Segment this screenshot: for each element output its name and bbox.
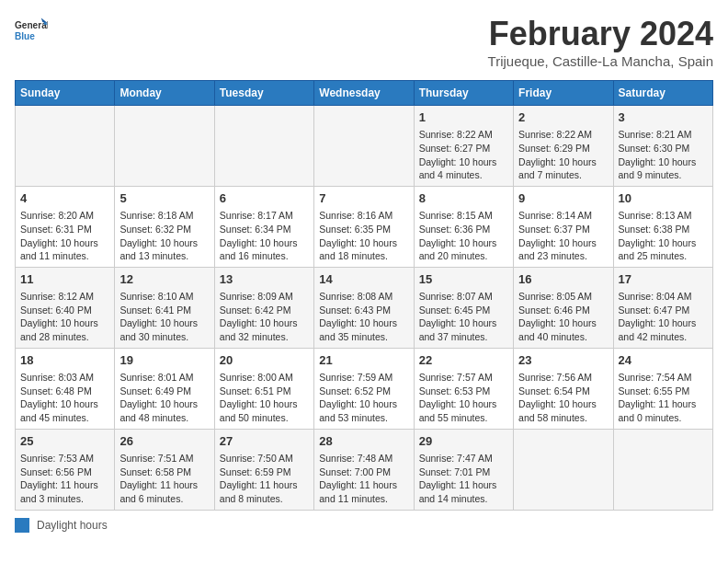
- day-info: Sunrise: 8:20 AMSunset: 6:31 PMDaylight:…: [20, 209, 109, 263]
- day-number: 19: [119, 352, 209, 369]
- calendar-cell: 10Sunrise: 8:13 AMSunset: 6:38 PMDayligh…: [613, 186, 712, 267]
- day-number: 9: [518, 190, 608, 207]
- header-row: SundayMondayTuesdayWednesdayThursdayFrid…: [16, 81, 713, 106]
- calendar-cell: 22Sunrise: 7:57 AMSunset: 6:53 PMDayligh…: [414, 348, 513, 429]
- day-number: 14: [319, 271, 408, 288]
- day-info: Sunrise: 8:17 AMSunset: 6:34 PMDaylight:…: [220, 209, 309, 263]
- calendar-cell: 28Sunrise: 7:48 AMSunset: 7:00 PMDayligh…: [314, 429, 414, 510]
- day-number: 18: [20, 352, 109, 369]
- title-area: February 2024 Trijueque, Castille-La Man…: [488, 15, 713, 69]
- calendar-table: SundayMondayTuesdayWednesdayThursdayFrid…: [15, 80, 713, 511]
- day-info: Sunrise: 8:03 AMSunset: 6:48 PMDaylight:…: [20, 371, 109, 425]
- day-number: 20: [220, 352, 309, 369]
- logo: General Blue: [15, 15, 48, 48]
- calendar-cell: 24Sunrise: 7:54 AMSunset: 6:55 PMDayligh…: [613, 348, 712, 429]
- day-number: 1: [419, 109, 508, 126]
- calendar-cell: 25Sunrise: 7:53 AMSunset: 6:56 PMDayligh…: [16, 429, 115, 510]
- day-info: Sunrise: 8:08 AMSunset: 6:43 PMDaylight:…: [319, 290, 408, 344]
- day-number: 17: [619, 271, 708, 288]
- day-number: 24: [619, 352, 708, 369]
- calendar-cell: 7Sunrise: 8:16 AMSunset: 6:35 PMDaylight…: [314, 186, 414, 267]
- calendar-cell: 8Sunrise: 8:15 AMSunset: 6:36 PMDaylight…: [414, 186, 513, 267]
- calendar-cell: 2Sunrise: 8:22 AMSunset: 6:29 PMDaylight…: [514, 106, 613, 187]
- calendar-cell: [214, 106, 313, 187]
- calendar-cell: 16Sunrise: 8:05 AMSunset: 6:46 PMDayligh…: [514, 267, 613, 348]
- calendar-cell: [514, 429, 613, 510]
- day-info: Sunrise: 8:07 AMSunset: 6:45 PMDaylight:…: [419, 290, 508, 344]
- day-number: 25: [20, 433, 109, 450]
- day-number: 23: [518, 352, 608, 369]
- day-number: 13: [220, 271, 309, 288]
- calendar-cell: 26Sunrise: 7:51 AMSunset: 6:58 PMDayligh…: [115, 429, 214, 510]
- calendar-cell: 5Sunrise: 8:18 AMSunset: 6:32 PMDaylight…: [115, 186, 214, 267]
- day-info: Sunrise: 7:56 AMSunset: 6:54 PMDaylight:…: [518, 371, 608, 425]
- column-header-saturday: Saturday: [613, 81, 712, 106]
- location-title: Trijueque, Castille-La Mancha, Spain: [488, 53, 713, 69]
- day-info: Sunrise: 8:21 AMSunset: 6:30 PMDaylight:…: [619, 128, 708, 182]
- day-number: 29: [419, 433, 508, 450]
- legend-label: Daylight hours: [37, 519, 108, 532]
- day-number: 2: [518, 109, 608, 126]
- calendar-cell: 13Sunrise: 8:09 AMSunset: 6:42 PMDayligh…: [214, 267, 313, 348]
- calendar-week-1: 1Sunrise: 8:22 AMSunset: 6:27 PMDaylight…: [16, 106, 713, 187]
- day-info: Sunrise: 7:47 AMSunset: 7:01 PMDaylight:…: [419, 452, 508, 506]
- footer: Daylight hours: [15, 518, 713, 533]
- calendar-cell: 20Sunrise: 8:00 AMSunset: 6:51 PMDayligh…: [214, 348, 313, 429]
- column-header-monday: Monday: [115, 81, 214, 106]
- day-info: Sunrise: 7:51 AMSunset: 6:58 PMDaylight:…: [119, 452, 209, 506]
- calendar-cell: 29Sunrise: 7:47 AMSunset: 7:01 PMDayligh…: [414, 429, 513, 510]
- day-info: Sunrise: 7:48 AMSunset: 7:00 PMDaylight:…: [319, 452, 408, 506]
- day-info: Sunrise: 8:13 AMSunset: 6:38 PMDaylight:…: [619, 209, 708, 263]
- calendar-week-3: 11Sunrise: 8:12 AMSunset: 6:40 PMDayligh…: [16, 267, 713, 348]
- day-info: Sunrise: 8:18 AMSunset: 6:32 PMDaylight:…: [119, 209, 209, 263]
- calendar-cell: 15Sunrise: 8:07 AMSunset: 6:45 PMDayligh…: [414, 267, 513, 348]
- calendar-cell: 17Sunrise: 8:04 AMSunset: 6:47 PMDayligh…: [613, 267, 712, 348]
- month-title: February 2024: [488, 15, 713, 53]
- day-info: Sunrise: 8:10 AMSunset: 6:41 PMDaylight:…: [119, 290, 209, 344]
- day-info: Sunrise: 7:53 AMSunset: 6:56 PMDaylight:…: [20, 452, 109, 506]
- day-info: Sunrise: 8:22 AMSunset: 6:29 PMDaylight:…: [518, 128, 608, 182]
- column-header-friday: Friday: [514, 81, 613, 106]
- day-number: 7: [319, 190, 408, 207]
- column-header-thursday: Thursday: [414, 81, 513, 106]
- day-info: Sunrise: 8:15 AMSunset: 6:36 PMDaylight:…: [419, 209, 508, 263]
- day-number: 4: [20, 190, 109, 207]
- calendar-cell: 12Sunrise: 8:10 AMSunset: 6:41 PMDayligh…: [115, 267, 214, 348]
- calendar-cell: [16, 106, 115, 187]
- calendar-cell: 27Sunrise: 7:50 AMSunset: 6:59 PMDayligh…: [214, 429, 313, 510]
- calendar-cell: [115, 106, 214, 187]
- day-number: 5: [119, 190, 209, 207]
- day-number: 22: [419, 352, 508, 369]
- column-header-tuesday: Tuesday: [214, 81, 313, 106]
- calendar-cell: 19Sunrise: 8:01 AMSunset: 6:49 PMDayligh…: [115, 348, 214, 429]
- calendar-week-2: 4Sunrise: 8:20 AMSunset: 6:31 PMDaylight…: [16, 186, 713, 267]
- calendar-cell: 3Sunrise: 8:21 AMSunset: 6:30 PMDaylight…: [613, 106, 712, 187]
- calendar-cell: 14Sunrise: 8:08 AMSunset: 6:43 PMDayligh…: [314, 267, 414, 348]
- calendar-cell: 9Sunrise: 8:14 AMSunset: 6:37 PMDaylight…: [514, 186, 613, 267]
- day-info: Sunrise: 8:09 AMSunset: 6:42 PMDaylight:…: [220, 290, 309, 344]
- day-info: Sunrise: 8:04 AMSunset: 6:47 PMDaylight:…: [619, 290, 708, 344]
- day-number: 21: [319, 352, 408, 369]
- calendar-cell: [613, 429, 712, 510]
- day-info: Sunrise: 8:16 AMSunset: 6:35 PMDaylight:…: [319, 209, 408, 263]
- svg-text:Blue: Blue: [15, 31, 35, 41]
- calendar-week-5: 25Sunrise: 7:53 AMSunset: 6:56 PMDayligh…: [16, 429, 713, 510]
- day-info: Sunrise: 7:50 AMSunset: 6:59 PMDaylight:…: [220, 452, 309, 506]
- calendar-cell: [314, 106, 414, 187]
- calendar-cell: 21Sunrise: 7:59 AMSunset: 6:52 PMDayligh…: [314, 348, 414, 429]
- day-number: 26: [119, 433, 209, 450]
- day-number: 3: [619, 109, 708, 126]
- calendar-cell: 18Sunrise: 8:03 AMSunset: 6:48 PMDayligh…: [16, 348, 115, 429]
- calendar-cell: 1Sunrise: 8:22 AMSunset: 6:27 PMDaylight…: [414, 106, 513, 187]
- day-info: Sunrise: 8:14 AMSunset: 6:37 PMDaylight:…: [518, 209, 608, 263]
- header: General Blue February 2024 Trijueque, Ca…: [15, 15, 713, 69]
- calendar-cell: 4Sunrise: 8:20 AMSunset: 6:31 PMDaylight…: [16, 186, 115, 267]
- column-header-sunday: Sunday: [16, 81, 115, 106]
- calendar-cell: 23Sunrise: 7:56 AMSunset: 6:54 PMDayligh…: [514, 348, 613, 429]
- day-number: 8: [419, 190, 508, 207]
- calendar-cell: 11Sunrise: 8:12 AMSunset: 6:40 PMDayligh…: [16, 267, 115, 348]
- column-header-wednesday: Wednesday: [314, 81, 414, 106]
- legend-color-box: [15, 518, 29, 533]
- logo-bird-icon: General Blue: [15, 15, 48, 48]
- day-number: 11: [20, 271, 109, 288]
